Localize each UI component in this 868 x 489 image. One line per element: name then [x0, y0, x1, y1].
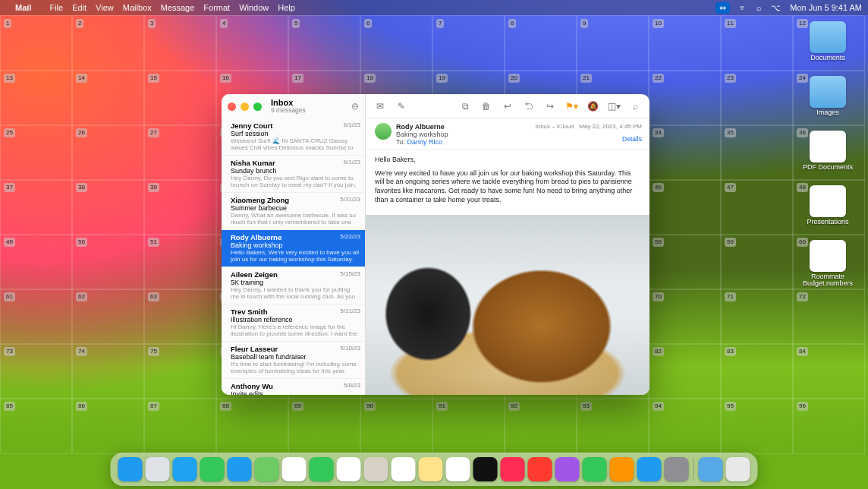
grid-cell-number: 5: [292, 19, 300, 28]
message-preview: Danny, What an awesome barbecue. It was …: [231, 212, 359, 226]
grid-cell: 7: [432, 15, 505, 71]
message-row[interactable]: 5/11/23Trev SmithIllustration referenceH…: [222, 304, 365, 342]
grid-cell: 49: [0, 234, 72, 290]
dock-app-pages[interactable]: [610, 457, 634, 481]
dock-app-news[interactable]: [528, 457, 552, 481]
grid-cell: 35: [721, 125, 793, 181]
grid-cell: 59: [721, 234, 793, 290]
search-icon[interactable]: ⌕: [628, 99, 642, 113]
grid-cell-number: 25: [4, 128, 15, 137]
dock-app-freeform[interactable]: [446, 457, 470, 481]
message-paragraph: Hello Bakers,: [375, 156, 640, 165]
dock-app-reminders[interactable]: [392, 457, 416, 481]
grid-cell-number: 38: [76, 183, 87, 192]
dock-app-trash[interactable]: [726, 457, 750, 481]
mute-icon[interactable]: 🔕: [586, 99, 599, 113]
dock-app-app-store[interactable]: [637, 457, 662, 481]
grid-cell-number: 9: [580, 19, 588, 28]
app-name[interactable]: Mail: [15, 3, 31, 12]
grid-cell-number: 62: [76, 292, 87, 301]
dock-app-safari[interactable]: [173, 457, 197, 481]
dock-app-launchpad[interactable]: [146, 457, 170, 481]
grid-cell: 4: [216, 15, 288, 71]
dock-app-tv[interactable]: [473, 457, 498, 481]
grid-cell-number: 14: [76, 74, 87, 83]
menu-window[interactable]: Window: [239, 3, 269, 12]
grid-cell: 94: [649, 398, 721, 454]
message-subject: Baseball team fundraiser: [231, 353, 307, 361]
grid-cell-number: 73: [4, 347, 15, 356]
grid-cell: 60: [793, 234, 865, 290]
reply-all-icon[interactable]: ⮌: [522, 99, 536, 113]
dock-app-photos[interactable]: [282, 457, 307, 481]
message-row[interactable]: 5/15/23Aileen Zeigen5K trainingHey Danny…: [222, 267, 365, 304]
dock-app-downloads[interactable]: [699, 457, 723, 481]
dock-app-maps[interactable]: [255, 457, 279, 481]
message-row[interactable]: 6/1/23Nisha KumarSunday brunchHey Danny,…: [222, 156, 365, 193]
grid-cell: 85: [0, 398, 72, 454]
window-minimize-button[interactable]: [241, 103, 249, 111]
grid-cell-number: 71: [725, 292, 736, 301]
message-row[interactable]: 5/22/23Rody AlbuerneBaking workshopHello…: [222, 230, 365, 267]
message-date: 5/15/23: [340, 270, 360, 277]
control-center-icon[interactable]: ⌥: [771, 3, 781, 13]
menu-edit[interactable]: Edit: [72, 3, 86, 12]
archive-icon[interactable]: ⧉: [458, 99, 472, 113]
grid-cell: 34: [649, 125, 721, 181]
grid-cell: 10: [649, 15, 721, 71]
flag-icon[interactable]: ⚑▾: [565, 99, 578, 113]
dock-app-podcasts[interactable]: [555, 457, 580, 481]
filter-icon[interactable]: ⊖: [351, 101, 359, 112]
dock-app-numbers[interactable]: [583, 457, 607, 481]
message-list[interactable]: 6/1/23Jenny CourtSurf sessionWeekend Sur…: [222, 118, 365, 395]
menu-mailbox[interactable]: Mailbox: [123, 3, 152, 12]
dock-app-calendar[interactable]: [337, 457, 361, 481]
envelope-icon[interactable]: ✉: [373, 99, 387, 113]
forward-icon[interactable]: ↪: [543, 99, 557, 113]
message-row[interactable]: 5/8/23Anthony WuInvite editsHey Danny, W…: [222, 379, 365, 395]
window-zoom-button[interactable]: [253, 103, 262, 111]
spotlight-icon[interactable]: ⌕: [756, 3, 762, 12]
clock[interactable]: Mon Jun 5 9:41 AM: [790, 3, 862, 12]
dock-app-notes[interactable]: [419, 457, 443, 481]
grid-cell-number: 47: [725, 183, 736, 192]
message-date: 5/10/23: [340, 345, 360, 352]
sidebar-icon[interactable]: ◫▾: [607, 99, 621, 113]
reply-icon[interactable]: ↩: [501, 99, 514, 113]
menu-message[interactable]: Message: [161, 3, 195, 12]
grid-cell: 6: [360, 15, 432, 71]
details-link[interactable]: Details: [622, 135, 642, 143]
grid-cell-number: 84: [797, 347, 808, 356]
grid-cell: 72: [793, 289, 865, 345]
message-row[interactable]: 5/10/23Fleur LasseurBaseball team fundra…: [222, 342, 365, 379]
grid-cell: 8: [505, 15, 577, 71]
menu-file[interactable]: File: [49, 3, 63, 12]
sender-avatar[interactable]: [375, 123, 392, 140]
dock-app-system-settings[interactable]: [665, 457, 689, 481]
dock-app-facetime[interactable]: [310, 457, 334, 481]
dock-app-mail[interactable]: [228, 457, 252, 481]
message-row[interactable]: 6/1/23Jenny CourtSurf sessionWeekend Sur…: [222, 118, 365, 156]
menu-help[interactable]: Help: [278, 3, 295, 12]
window-close-button[interactable]: [228, 103, 236, 111]
message-subject: Sunday brunch: [231, 167, 277, 175]
message-subject: Illustration reference: [231, 316, 293, 323]
grid-cell-number: 1: [4, 19, 11, 28]
dock-app-music[interactable]: [501, 457, 525, 481]
menu-view[interactable]: View: [96, 3, 114, 12]
message-from: Anthony Wu: [231, 382, 359, 390]
screen-share-icon[interactable]: ⇔: [715, 2, 730, 14]
grid-cell: 83: [721, 343, 793, 399]
dock-app-messages[interactable]: [200, 457, 225, 481]
message-paragraph: We're very excited to have you all join …: [375, 169, 640, 205]
message-attachment-image[interactable]: [366, 215, 649, 395]
message-row[interactable]: 5/31/23Xiaomeng ZhongSummer barbecueDann…: [222, 193, 365, 230]
grid-cell: 73: [0, 343, 72, 399]
dock-app-finder[interactable]: [118, 457, 143, 481]
menu-format[interactable]: Format: [203, 3, 230, 12]
trash-icon[interactable]: 🗑: [480, 99, 493, 113]
wifi-icon[interactable]: ᯤ: [739, 3, 747, 12]
grid-cell: 1: [0, 15, 72, 71]
dock-app-contacts[interactable]: [364, 457, 388, 481]
compose-icon[interactable]: ✎: [395, 99, 408, 113]
